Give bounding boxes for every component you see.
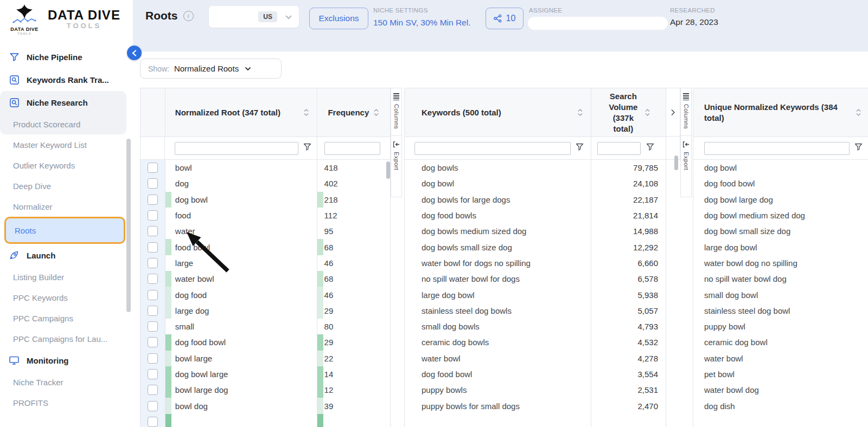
columns-button[interactable]: Columns: [391, 88, 402, 136]
sidebar-item-deep-dive[interactable]: Deep Dive: [0, 176, 126, 196]
frequency-indicator-bar: [317, 303, 323, 319]
sidebar-collapse-button[interactable]: [127, 46, 142, 60]
row-checkbox[interactable]: [148, 306, 158, 316]
sidebar-item-label: Roots: [15, 226, 36, 235]
row-checkbox[interactable]: [148, 195, 158, 205]
whale-tail-icon: [12, 4, 36, 26]
sidebar-item-niche-research[interactable]: Niche Research: [0, 91, 126, 114]
sidebar-item-profits[interactable]: PROFITS: [0, 392, 126, 413]
checkbox-cell: [141, 160, 165, 176]
export-button[interactable]: Export: [391, 136, 402, 197]
sidebar-item-outlier-keywords[interactable]: Outlier Keywords: [0, 155, 126, 176]
sidebar-item-keywords-rank-tra-[interactable]: Keywords Rank Tra...: [0, 68, 126, 91]
sidebar-item-niche-pipeline[interactable]: Niche Pipeline: [0, 46, 126, 68]
table-row: [693, 414, 868, 427]
sidebar-item-listing-builder[interactable]: Listing Builder: [0, 267, 126, 287]
frequency-cell: 29: [317, 303, 390, 319]
frequency-filter-input[interactable]: [324, 142, 380, 155]
table-row: bowl large dog12: [141, 382, 390, 398]
row-checkbox[interactable]: [148, 226, 158, 236]
unique-filter-input[interactable]: [704, 142, 850, 155]
info-icon[interactable]: i: [183, 11, 194, 21]
sort-icon[interactable]: [856, 108, 861, 117]
filter-funnel-icon[interactable]: [303, 143, 311, 153]
row-checkbox[interactable]: [148, 337, 158, 347]
columns-button[interactable]: Columns: [680, 88, 692, 136]
keywords-table-scrollbar[interactable]: [674, 156, 678, 170]
sort-icon[interactable]: [373, 108, 379, 117]
row-checkbox[interactable]: [148, 242, 158, 253]
row-checkbox[interactable]: [148, 385, 158, 395]
roots-table-scrollbar[interactable]: [386, 161, 390, 179]
column-header-normalized-root[interactable]: Normalized Root (347 total): [165, 88, 317, 137]
root-value: dog bowl large: [175, 370, 228, 379]
row-checkbox[interactable]: [148, 258, 158, 268]
sidebar-item-normalizer[interactable]: Normalizer: [0, 196, 126, 217]
row-checkbox[interactable]: [148, 290, 158, 300]
column-header-frequency[interactable]: Frequency: [317, 88, 390, 137]
table-row: large dog bowl5,938: [405, 287, 666, 302]
sidebar-item-product-scorecard[interactable]: Product Scorecard: [0, 114, 126, 134]
share-button[interactable]: 10: [486, 8, 524, 29]
search-volume-cell: 22,187: [591, 192, 666, 208]
sidebar-scrollbar[interactable]: [126, 139, 131, 312]
frequency-cell: 12: [317, 382, 390, 398]
sort-icon[interactable]: [303, 108, 309, 117]
table-row: small dog bowl: [693, 287, 868, 302]
filter-cell-empty: [141, 137, 165, 159]
search-volume-cell: [591, 414, 666, 427]
keywords-filter-input[interactable]: [414, 142, 571, 155]
row-checkbox[interactable]: [148, 321, 158, 332]
row-checkbox[interactable]: [148, 163, 158, 173]
root-filter-input[interactable]: [175, 142, 298, 155]
sidebar-item-monitoring[interactable]: Monitoring: [0, 349, 126, 372]
row-checkbox[interactable]: [148, 353, 158, 364]
filter-funnel-icon[interactable]: [646, 143, 654, 153]
table-row: dog food bowl: [693, 176, 868, 191]
sidebar-item-label: Deep Dive: [13, 182, 51, 191]
niche-search-icon: [9, 97, 20, 108]
table-row: food bowl68: [141, 239, 390, 255]
checkbox-cell: [141, 192, 165, 208]
export-label: Export: [683, 152, 690, 170]
row-checkbox[interactable]: [148, 401, 158, 411]
assignee-input[interactable]: [528, 17, 668, 30]
unique-keyword-cell: dog dish: [693, 398, 868, 413]
search-volume-cell: 5,057: [591, 303, 666, 319]
row-checkbox[interactable]: [148, 210, 158, 221]
row-checkbox[interactable]: [148, 178, 158, 189]
search-volume-cell: 14,988: [591, 223, 666, 239]
filter-funnel-icon[interactable]: [576, 143, 584, 153]
sidebar-item-ppc-keywords[interactable]: PPC Keywords: [0, 287, 126, 308]
root-value: small: [175, 322, 194, 331]
row-checkbox[interactable]: [148, 369, 158, 379]
sidebar-item-master-keyword-list[interactable]: Master Keyword List: [0, 134, 126, 155]
root-value: water: [175, 227, 195, 236]
frequency-indicator-bar: [165, 239, 171, 255]
column-header-unique-normalized-keywords[interactable]: Unique Normalized Keywords (384 total): [693, 88, 868, 137]
sort-icon[interactable]: [644, 108, 650, 117]
exclusions-button[interactable]: Exclusions: [309, 8, 368, 29]
show-select[interactable]: Show: Normalized Roots: [140, 59, 282, 79]
sidebar-item-ppc-campaigns[interactable]: PPC Campaigns: [0, 308, 126, 328]
column-header-search-volume[interactable]: Search Volume (337k total): [591, 88, 666, 137]
sort-icon[interactable]: [577, 108, 583, 117]
sidebar-item-ppc-campaigns-for-lau-[interactable]: PPC Campaigns for Lau...: [0, 328, 126, 349]
column-header-keywords[interactable]: Keywords (500 total): [405, 88, 591, 137]
table-row: dog food46: [141, 287, 390, 302]
expand-column-button[interactable]: [666, 88, 680, 137]
search-volume-filter-input[interactable]: [597, 142, 641, 155]
export-button[interactable]: Export: [680, 136, 692, 197]
keyword-cell: dog bowls medium sized dog: [405, 223, 591, 239]
filter-funnel-icon[interactable]: [854, 143, 863, 153]
root-value: dog food: [175, 290, 207, 300]
row-checkbox[interactable]: [148, 417, 158, 427]
frequency-indicator-bar: [317, 366, 323, 382]
sidebar-item-roots[interactable]: Roots: [4, 217, 125, 244]
sidebar-item-niche-tracker[interactable]: Niche Tracker: [0, 372, 126, 392]
sidebar-item-launch[interactable]: Launch: [0, 244, 126, 267]
marketplace-select[interactable]: US: [209, 6, 299, 28]
frequency-value: 46: [324, 258, 334, 268]
row-checkbox[interactable]: [148, 274, 158, 284]
unique-keyword-cell: dog food bowl: [693, 176, 868, 191]
